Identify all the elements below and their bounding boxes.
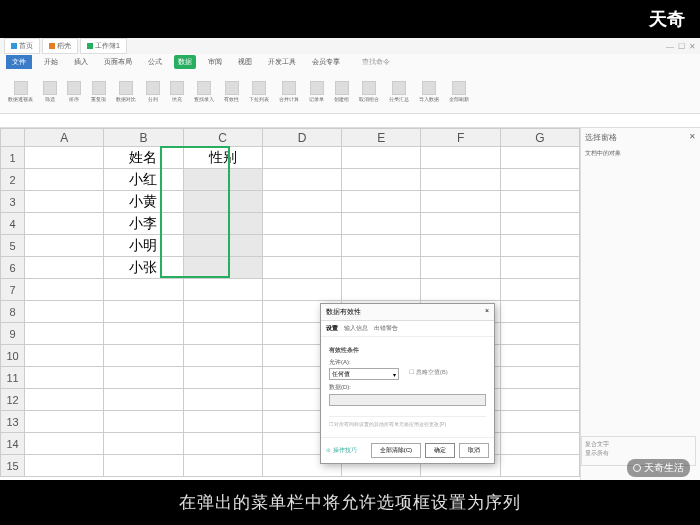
tool-数据对比[interactable]: 数据对比 bbox=[114, 81, 138, 102]
cell-C3[interactable] bbox=[183, 191, 262, 213]
cell-B2[interactable]: 小红 bbox=[104, 169, 183, 191]
cell-B1[interactable]: 姓名 bbox=[104, 147, 183, 169]
cell-A7[interactable] bbox=[25, 279, 104, 301]
cell-E4[interactable] bbox=[342, 213, 421, 235]
ignore-blank-checkbox[interactable]: ☐ 忽略空值(B) bbox=[409, 368, 448, 377]
tab-workbook[interactable]: 工作簿1 bbox=[80, 38, 127, 54]
cell-F5[interactable] bbox=[421, 235, 500, 257]
tool-查找录入[interactable]: 查找录入 bbox=[192, 81, 216, 102]
cell-C5[interactable] bbox=[183, 235, 262, 257]
cell-A2[interactable] bbox=[25, 169, 104, 191]
cell-A5[interactable] bbox=[25, 235, 104, 257]
cell-B12[interactable] bbox=[104, 389, 183, 411]
help-link[interactable]: ⊙ 操作技巧 bbox=[326, 446, 357, 455]
cell-B11[interactable] bbox=[104, 367, 183, 389]
cell-D1[interactable] bbox=[262, 147, 341, 169]
minimize-button[interactable]: — bbox=[666, 42, 674, 51]
data-input[interactable] bbox=[329, 394, 486, 406]
ribbon-tab-vip[interactable]: 会员专享 bbox=[308, 55, 344, 69]
cell-A12[interactable] bbox=[25, 389, 104, 411]
row-header-14[interactable]: 14 bbox=[1, 433, 25, 455]
tool-有效性[interactable]: 有效性 bbox=[222, 81, 241, 102]
tool-合并计算[interactable]: 合并计算 bbox=[277, 81, 301, 102]
cell-A8[interactable] bbox=[25, 301, 104, 323]
row-header-9[interactable]: 9 bbox=[1, 323, 25, 345]
dialog-close-button[interactable]: × bbox=[485, 307, 489, 317]
cell-A4[interactable] bbox=[25, 213, 104, 235]
cell-D3[interactable] bbox=[262, 191, 341, 213]
cell-C6[interactable] bbox=[183, 257, 262, 279]
cell-G4[interactable] bbox=[500, 213, 579, 235]
cell-A14[interactable] bbox=[25, 433, 104, 455]
row-header-10[interactable]: 10 bbox=[1, 345, 25, 367]
file-menu[interactable]: 文件 bbox=[6, 55, 32, 69]
cell-F4[interactable] bbox=[421, 213, 500, 235]
cell-G9[interactable] bbox=[500, 323, 579, 345]
tool-记录单[interactable]: 记录单 bbox=[307, 81, 326, 102]
cell-E7[interactable] bbox=[342, 279, 421, 301]
cell-B15[interactable] bbox=[104, 455, 183, 477]
cell-F1[interactable] bbox=[421, 147, 500, 169]
cell-B4[interactable]: 小李 bbox=[104, 213, 183, 235]
cell-E1[interactable] bbox=[342, 147, 421, 169]
cell-A11[interactable] bbox=[25, 367, 104, 389]
ribbon-tab-layout[interactable]: 页面布局 bbox=[100, 55, 136, 69]
tool-排序[interactable]: 排序 bbox=[65, 81, 83, 102]
cell-G3[interactable] bbox=[500, 191, 579, 213]
tool-下拉列表[interactable]: 下拉列表 bbox=[247, 81, 271, 102]
tool-分类汇总[interactable]: 分类汇总 bbox=[387, 81, 411, 102]
cell-A3[interactable] bbox=[25, 191, 104, 213]
ribbon-tab-view[interactable]: 视图 bbox=[234, 55, 256, 69]
cell-C2[interactable] bbox=[183, 169, 262, 191]
cell-B9[interactable] bbox=[104, 323, 183, 345]
cell-C1[interactable]: 性别 bbox=[183, 147, 262, 169]
tab-docer[interactable]: 稻壳 bbox=[42, 38, 78, 54]
cell-A6[interactable] bbox=[25, 257, 104, 279]
cell-B3[interactable]: 小黄 bbox=[104, 191, 183, 213]
cell-B14[interactable] bbox=[104, 433, 183, 455]
cell-E3[interactable] bbox=[342, 191, 421, 213]
tool-创建组[interactable]: 创建组 bbox=[332, 81, 351, 102]
cell-A10[interactable] bbox=[25, 345, 104, 367]
cell-B6[interactable]: 小张 bbox=[104, 257, 183, 279]
row-header-3[interactable]: 3 bbox=[1, 191, 25, 213]
tool-填充[interactable]: 填充 bbox=[168, 81, 186, 102]
cell-A15[interactable] bbox=[25, 455, 104, 477]
dialog-tab-settings[interactable]: 设置 bbox=[326, 324, 338, 333]
cell-A13[interactable] bbox=[25, 411, 104, 433]
col-header-F[interactable]: F bbox=[421, 129, 500, 147]
cell-C10[interactable] bbox=[183, 345, 262, 367]
cell-C14[interactable] bbox=[183, 433, 262, 455]
row-header-5[interactable]: 5 bbox=[1, 235, 25, 257]
close-button[interactable]: ✕ bbox=[689, 42, 696, 51]
col-header-E[interactable]: E bbox=[342, 129, 421, 147]
col-header-A[interactable]: A bbox=[25, 129, 104, 147]
dialog-tab-error[interactable]: 出错警告 bbox=[374, 324, 398, 333]
corner-cell[interactable] bbox=[1, 129, 25, 147]
cell-G7[interactable] bbox=[500, 279, 579, 301]
dialog-tab-input[interactable]: 输入信息 bbox=[344, 324, 368, 333]
row-header-13[interactable]: 13 bbox=[1, 411, 25, 433]
tool-导入数据[interactable]: 导入数据 bbox=[417, 81, 441, 102]
cell-C9[interactable] bbox=[183, 323, 262, 345]
cell-C7[interactable] bbox=[183, 279, 262, 301]
cell-D6[interactable] bbox=[262, 257, 341, 279]
allow-dropdown[interactable]: 任何值 ▾ bbox=[329, 368, 399, 380]
cell-G10[interactable] bbox=[500, 345, 579, 367]
cell-B8[interactable] bbox=[104, 301, 183, 323]
cell-G14[interactable] bbox=[500, 433, 579, 455]
ribbon-tab-insert[interactable]: 插入 bbox=[70, 55, 92, 69]
cell-B7[interactable] bbox=[104, 279, 183, 301]
cell-A1[interactable] bbox=[25, 147, 104, 169]
cell-F3[interactable] bbox=[421, 191, 500, 213]
cell-C15[interactable] bbox=[183, 455, 262, 477]
row-header-6[interactable]: 6 bbox=[1, 257, 25, 279]
row-header-11[interactable]: 11 bbox=[1, 367, 25, 389]
search-hint[interactable]: 查找命令 bbox=[362, 57, 390, 67]
cell-E6[interactable] bbox=[342, 257, 421, 279]
cell-C11[interactable] bbox=[183, 367, 262, 389]
row-header-2[interactable]: 2 bbox=[1, 169, 25, 191]
ribbon-tab-formula[interactable]: 公式 bbox=[144, 55, 166, 69]
maximize-button[interactable]: ☐ bbox=[678, 42, 685, 51]
cell-D2[interactable] bbox=[262, 169, 341, 191]
